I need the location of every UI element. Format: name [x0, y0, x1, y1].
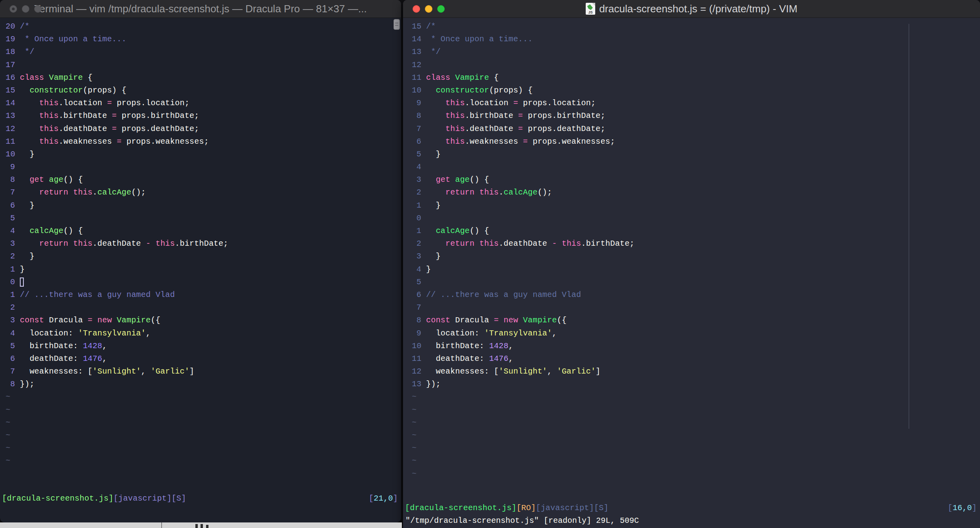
code-line[interactable]: 9 this.location = props.location;	[412, 97, 980, 110]
window-title: JS dracula-screenshot.js = (/private/tmp…	[403, 3, 980, 15]
line-number: 9	[412, 97, 421, 110]
code-token: }	[20, 265, 25, 274]
zoom-button[interactable]	[34, 5, 42, 13]
zoom-button[interactable]	[437, 5, 445, 13]
code-line[interactable]: 0	[6, 276, 401, 289]
code-line[interactable]: 10 constructor(props) {	[412, 84, 980, 97]
code-line[interactable]: 20/*	[6, 20, 401, 33]
code-line[interactable]: 13 */	[412, 46, 980, 58]
tilde-line: ~	[412, 429, 980, 442]
minimize-button[interactable]	[425, 5, 432, 13]
code-line[interactable]: 8const Dracula = new Vampire({	[412, 314, 980, 327]
code-line[interactable]: 5	[6, 212, 401, 225]
code-token: =	[88, 316, 93, 325]
close-button[interactable]	[413, 5, 420, 13]
vim-content[interactable]: 15/*14 * Once upon a time...13 */1211cla…	[403, 18, 980, 528]
code-token: this	[39, 137, 59, 146]
code-line[interactable]: 11 deathDate: 1476,	[412, 353, 980, 365]
code-line[interactable]: 7 return this.calcAge();	[6, 186, 401, 199]
minimize-button[interactable]	[22, 5, 29, 13]
code-line[interactable]: 8});	[6, 378, 401, 391]
code-line[interactable]: 0	[412, 212, 980, 225]
code-token: }	[20, 150, 35, 159]
code-line[interactable]: 9	[6, 161, 401, 173]
line-number: 8	[6, 378, 15, 391]
code-line[interactable]: 8 get age() {	[6, 173, 401, 186]
code-line[interactable]: 9 location: 'Transylvania',	[412, 327, 980, 340]
code-line[interactable]: 8 this.birthDate = props.birthDate;	[412, 110, 980, 122]
code-line[interactable]: 3const Dracula = new Vampire({	[6, 314, 401, 327]
terminal-content[interactable]: 20/*19 * Once upon a time...18 */1716cla…	[0, 18, 401, 522]
code-token: location:	[426, 329, 484, 338]
code-line[interactable]: 1 }	[412, 199, 980, 212]
code-line[interactable]: 4}	[412, 263, 980, 276]
code-line[interactable]: 11class Vampire {	[412, 71, 980, 84]
code-line[interactable]: 15 constructor(props) {	[6, 84, 401, 97]
code-lines: 20/*19 * Once upon a time...18 */1716cla…	[6, 20, 401, 391]
code-token: .weaknesses	[59, 137, 117, 146]
code-line[interactable]: 10 birthDate: 1428,	[412, 340, 980, 353]
code-token: /*	[426, 22, 436, 31]
close-button[interactable]	[10, 5, 17, 13]
code-token	[450, 175, 455, 184]
code-line[interactable]: 5	[412, 276, 980, 289]
code-line[interactable]: 6 deathDate: 1476,	[6, 353, 401, 365]
vim-scrollbar[interactable]	[909, 24, 909, 429]
code-line[interactable]: 5 }	[412, 148, 980, 161]
code-token: Dracula	[450, 316, 494, 325]
code-line[interactable]: 1 calcAge() {	[412, 225, 980, 237]
code-token: */	[426, 47, 441, 56]
code-line[interactable]: 4	[412, 161, 980, 173]
code-token: weaknesses: [	[20, 367, 93, 376]
code-line[interactable]: 16class Vampire {	[6, 71, 401, 84]
code-line[interactable]: 3 return this.deathDate - this.birthDate…	[6, 237, 401, 250]
code-line[interactable]: 15/*	[412, 20, 980, 33]
code-token: * Once upon a time...	[426, 35, 532, 44]
code-token	[68, 239, 73, 248]
code-line[interactable]: 6 }	[6, 199, 401, 212]
code-line[interactable]: 10 }	[6, 148, 401, 161]
code-line[interactable]: 13});	[412, 378, 980, 391]
code-line[interactable]: 1// ...there was a guy named Vlad	[6, 289, 401, 301]
code-line[interactable]: 3 }	[412, 250, 980, 263]
code-line[interactable]: 13 this.birthDate = props.birthDate;	[6, 110, 401, 122]
macvim-titlebar[interactable]: JS dracula-screenshot.js = (/private/tmp…	[403, 0, 980, 18]
code-line[interactable]: 1}	[6, 263, 401, 276]
code-line[interactable]: 7 this.deathDate = props.deathDate;	[412, 123, 980, 135]
terminal-window[interactable]: Terminal — vim /tmp/dracula-screenshot.j…	[0, 0, 401, 522]
terminal-titlebar[interactable]: Terminal — vim /tmp/dracula-screenshot.j…	[0, 0, 401, 18]
code-line[interactable]: 3 get age() {	[412, 173, 980, 186]
code-token: deathDate:	[426, 354, 489, 363]
code-line[interactable]: 5 birthDate: 1428,	[6, 340, 401, 353]
code-token: .location	[59, 98, 107, 108]
code-line[interactable]: 12 this.deathDate = props.deathDate;	[6, 123, 401, 135]
code-line[interactable]: 4 calcAge() {	[6, 225, 401, 237]
code-line[interactable]: 12 weaknesses: ['Sunlight', 'Garlic']	[412, 365, 980, 378]
code-token: ();	[538, 188, 552, 197]
vim-cursor	[20, 277, 24, 287]
code-line[interactable]: 14 this.location = props.location;	[6, 97, 401, 110]
code-line[interactable]: 4 location: 'Transylvania',	[6, 327, 401, 340]
code-line[interactable]: 12	[412, 59, 980, 71]
code-line[interactable]: 2 return this.calcAge();	[412, 186, 980, 199]
code-line[interactable]: 2	[6, 301, 401, 314]
code-line[interactable]: 7 weaknesses: ['Sunlight', 'Garlic']	[6, 365, 401, 378]
code-line[interactable]: 14 * Once upon a time...	[412, 33, 980, 46]
scrollbar-thumb[interactable]	[394, 19, 400, 30]
code-line[interactable]: 2 return this.deathDate - this.birthDate…	[412, 237, 980, 250]
code-line[interactable]: 19 * Once upon a time...	[6, 33, 401, 46]
code-line[interactable]: 6 this.weaknesses = props.weaknesses;	[412, 135, 980, 148]
code-line[interactable]: 2 }	[6, 250, 401, 263]
code-token	[20, 188, 39, 197]
code-line[interactable]: 11 this.weaknesses = props.weaknesses;	[6, 135, 401, 148]
code-token	[20, 98, 39, 108]
code-line[interactable]: 17	[6, 59, 401, 71]
code-line[interactable]: 18 */	[6, 46, 401, 58]
code-token: class	[20, 73, 44, 82]
code-line[interactable]: 7	[412, 301, 980, 314]
line-number: 10	[412, 340, 421, 353]
macvim-window[interactable]: JS dracula-screenshot.js = (/private/tmp…	[403, 0, 980, 528]
code-line[interactable]: 6// ...there was a guy named Vlad	[412, 289, 980, 301]
code-token	[112, 316, 117, 325]
code-token: return	[39, 188, 68, 197]
